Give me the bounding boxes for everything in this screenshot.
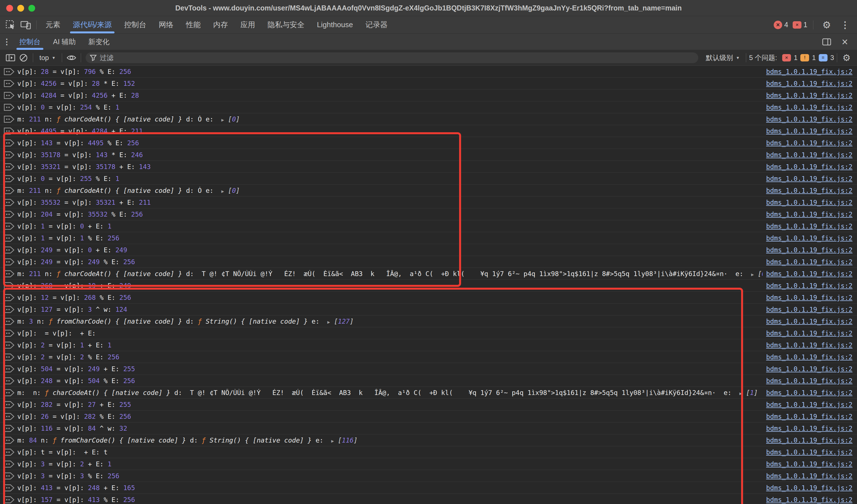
source-link[interactable]: bdms_1.0.1.19_fix.js:2: [766, 223, 853, 230]
console-errors-badge[interactable]: × 4: [774, 21, 788, 29]
source-link[interactable]: bdms_1.0.1.19_fix.js:2: [766, 377, 853, 384]
inspect-element-button[interactable]: [3, 18, 18, 32]
tab-recorder[interactable]: 记录器: [359, 16, 394, 33]
console-sidebar-toggle[interactable]: [4, 52, 17, 64]
devtools-main-toolbar: 元素 源代码/来源 控制台 网络 性能 内存 应用 隐私与安全 Lighthou…: [0, 16, 857, 34]
source-link[interactable]: bdms_1.0.1.19_fix.js:2: [766, 460, 853, 468]
source-link[interactable]: bdms_1.0.1.19_fix.js:2: [766, 306, 853, 313]
tab-lighthouse[interactable]: Lighthouse: [310, 16, 359, 33]
source-link[interactable]: bdms_1.0.1.19_fix.js:2: [766, 413, 853, 420]
console-row: v[p]: 127 = v[p]: 3 ^ w: 124bdms_1.0.1.1…: [0, 303, 857, 315]
settings-button[interactable]: ⚙: [819, 18, 834, 32]
tab-elements[interactable]: 元素: [39, 16, 67, 33]
source-link[interactable]: bdms_1.0.1.19_fix.js:2: [766, 472, 853, 480]
source-link[interactable]: bdms_1.0.1.19_fix.js:2: [766, 199, 853, 206]
console-row: v[p]: 4256 = v[p]: 28 * E: 152bdms_1.0.1…: [0, 77, 857, 89]
console-row: v[p]: 0 = v[p]: 254 % E: 1bdms_1.0.1.19_…: [0, 101, 857, 113]
gear-icon: ⚙: [822, 20, 831, 30]
log-level-selector[interactable]: 默认级别 ▼: [702, 53, 743, 62]
console-row: v[p]: = v[p]: + E: bdms_1.0.1.19_fix.js:…: [0, 327, 857, 339]
source-link[interactable]: bdms_1.0.1.19_fix.js:2: [766, 127, 853, 135]
clear-icon: [19, 53, 28, 62]
issues-summary[interactable]: 5 个问题: × 1 ! 1 ≡ 3: [749, 53, 834, 62]
close-window-button[interactable]: [6, 5, 13, 12]
source-link[interactable]: bdms_1.0.1.19_fix.js:2: [766, 353, 853, 361]
traffic-lights: [6, 5, 35, 12]
log-marker-icon: [3, 234, 15, 242]
tab-sources[interactable]: 源代码/来源: [67, 16, 118, 33]
source-link[interactable]: bdms_1.0.1.19_fix.js:2: [766, 139, 853, 147]
log-marker-icon: [3, 484, 15, 492]
log-message: v[p]: 282 = v[p]: 27 + E: 255: [17, 401, 762, 408]
log-message: m: 211 n: ƒ charCodeAt() { [native code]…: [17, 116, 762, 123]
close-devtools-button[interactable]: ×: [837, 35, 853, 49]
error-count: 4: [784, 21, 788, 29]
source-link[interactable]: bdms_1.0.1.19_fix.js:2: [766, 68, 853, 75]
info-issue-icon: ≡: [819, 54, 827, 62]
dock-side-button[interactable]: [819, 35, 834, 49]
source-link[interactable]: bdms_1.0.1.19_fix.js:2: [766, 425, 853, 432]
log-message: m: n: ƒ charCodeAt() { [native code] } d…: [17, 389, 762, 396]
source-link[interactable]: bdms_1.0.1.19_fix.js:2: [766, 294, 853, 301]
source-link[interactable]: bdms_1.0.1.19_fix.js:2: [766, 437, 853, 444]
log-message: v[p]: 3 = v[p]: 3 % E: 256: [17, 472, 762, 480]
console-row: v[p]: 268 = v[p]: 19 + E: 249bdms_1.0.1.…: [0, 280, 857, 292]
source-link[interactable]: bdms_1.0.1.19_fix.js:2: [766, 163, 853, 171]
issues-badge[interactable]: × 1: [793, 21, 807, 29]
source-link[interactable]: bdms_1.0.1.19_fix.js:2: [766, 365, 853, 372]
tab-network[interactable]: 网络: [152, 16, 180, 33]
source-link[interactable]: bdms_1.0.1.19_fix.js:2: [766, 175, 853, 183]
divider: [813, 20, 813, 30]
source-link[interactable]: bdms_1.0.1.19_fix.js:2: [766, 484, 853, 491]
source-link[interactable]: bdms_1.0.1.19_fix.js:2: [766, 234, 853, 242]
tab-privacy-security[interactable]: 隐私与安全: [261, 16, 310, 33]
drawer-menu-button[interactable]: ⋮: [0, 35, 13, 49]
tab-performance[interactable]: 性能: [180, 16, 207, 33]
drawer-tab-console[interactable]: 控制台: [13, 34, 47, 50]
drawer-tab-ai-assistance[interactable]: AI 辅助: [47, 34, 82, 50]
clear-console-button[interactable]: [17, 52, 30, 64]
console-row: v[p]: 2 = v[p]: 1 + E: 1bdms_1.0.1.19_fi…: [0, 339, 857, 351]
source-link[interactable]: bdms_1.0.1.19_fix.js:2: [766, 318, 853, 325]
log-marker-icon: [3, 436, 15, 444]
source-link[interactable]: bdms_1.0.1.19_fix.js:2: [766, 211, 853, 218]
console-row: v[p]: 413 = v[p]: 248 + E: 165bdms_1.0.1…: [0, 482, 857, 494]
source-link[interactable]: bdms_1.0.1.19_fix.js:2: [766, 282, 853, 289]
source-link[interactable]: bdms_1.0.1.19_fix.js:2: [766, 92, 853, 99]
live-expression-button[interactable]: [65, 52, 78, 64]
drawer-tab-whats-new[interactable]: 新变化: [82, 34, 116, 50]
source-link[interactable]: bdms_1.0.1.19_fix.js:2: [766, 496, 853, 503]
tab-console[interactable]: 控制台: [118, 16, 152, 33]
source-link[interactable]: bdms_1.0.1.19_fix.js:2: [766, 270, 853, 277]
log-marker-icon: [3, 448, 15, 456]
log-marker-icon: [3, 115, 15, 123]
zoom-window-button[interactable]: [28, 5, 35, 12]
context-selector[interactable]: top ▼: [36, 54, 59, 62]
source-link[interactable]: bdms_1.0.1.19_fix.js:2: [766, 246, 853, 254]
source-link[interactable]: bdms_1.0.1.19_fix.js:2: [766, 80, 853, 87]
console-settings-button[interactable]: ⚙: [840, 52, 853, 64]
log-message: v[p]: 249 = v[p]: 249 % E: 256: [17, 258, 762, 265]
issues-label: 5 个问题:: [749, 53, 777, 62]
source-link[interactable]: bdms_1.0.1.19_fix.js:2: [766, 116, 853, 123]
log-message: v[p]: 35532 = v[p]: 35321 + E: 211: [17, 199, 762, 206]
source-link[interactable]: bdms_1.0.1.19_fix.js:2: [766, 389, 853, 396]
source-link[interactable]: bdms_1.0.1.19_fix.js:2: [766, 104, 853, 111]
source-link[interactable]: bdms_1.0.1.19_fix.js:2: [766, 187, 853, 194]
minimize-window-button[interactable]: [17, 5, 24, 12]
source-link[interactable]: bdms_1.0.1.19_fix.js:2: [766, 449, 853, 456]
log-message: v[p]: 127 = v[p]: 3 ^ w: 124: [17, 306, 762, 313]
tab-application[interactable]: 应用: [234, 16, 261, 33]
source-link[interactable]: bdms_1.0.1.19_fix.js:2: [766, 151, 853, 159]
main-menu-button[interactable]: ⋮: [837, 18, 853, 32]
source-link[interactable]: bdms_1.0.1.19_fix.js:2: [766, 258, 853, 265]
tab-memory[interactable]: 内存: [207, 16, 234, 33]
log-marker-icon: [3, 258, 15, 266]
device-toolbar-button[interactable]: [18, 18, 33, 32]
source-link[interactable]: bdms_1.0.1.19_fix.js:2: [766, 330, 853, 337]
source-link[interactable]: bdms_1.0.1.19_fix.js:2: [766, 401, 853, 408]
console-row: m: n: ƒ charCodeAt() { [native code] } d…: [0, 387, 857, 399]
source-link[interactable]: bdms_1.0.1.19_fix.js:2: [766, 342, 853, 349]
log-message: v[p]: 116 = v[p]: 84 ^ w: 32: [17, 425, 762, 432]
console-filter-input[interactable]: 过滤: [86, 52, 698, 63]
